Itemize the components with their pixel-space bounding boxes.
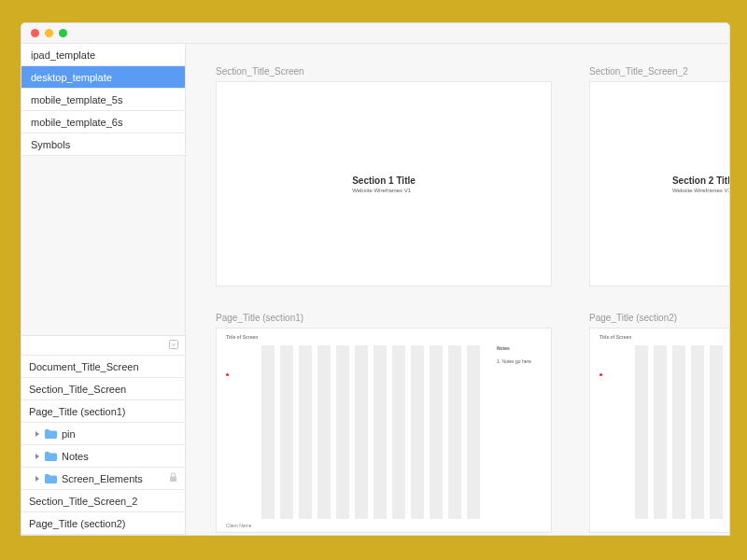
artboard-label[interactable]: Section_Title_Screen (216, 66, 304, 77)
page-header: Title of Screen (226, 334, 258, 340)
notes-heading: Notes (497, 345, 510, 351)
layer-section-title[interactable]: Section_Title_Screen (21, 378, 185, 400)
chevron-right-icon (35, 453, 40, 460)
grid-column (336, 345, 349, 519)
grid-column (261, 345, 275, 519)
zoom-icon[interactable] (59, 29, 67, 37)
grid-column (710, 345, 723, 519)
grid-column (355, 345, 368, 519)
page-item-desktop[interactable]: desktop_template (21, 66, 185, 89)
layer-section-title-2[interactable]: Section_Title_Screen_2 (21, 490, 185, 512)
artboard-title-block: Section 2 Title Website Wireframes V1 (672, 175, 729, 193)
pin-icon (226, 373, 229, 376)
artboard-page1[interactable]: Title of Screen Notes 1. Notes go here C… (216, 328, 552, 533)
page-header: Title of Screen (599, 334, 631, 340)
grid-column (654, 345, 667, 519)
sidebar-spacer (21, 156, 185, 335)
chevron-right-icon (35, 475, 40, 483)
folder-icon (45, 474, 57, 483)
artboard-label[interactable]: Section_Title_Screen_2 (589, 66, 688, 77)
close-icon[interactable] (31, 29, 39, 37)
folder-icon (45, 429, 57, 439)
page-item-ipad[interactable]: ipad_template (21, 44, 185, 66)
section-subtitle: Website Wireframes V1 (672, 188, 729, 193)
notes-body: 1. Notes go here (497, 358, 531, 364)
section-subtitle: Website Wireframes V1 (352, 188, 416, 193)
grid-column (430, 345, 443, 519)
page-item-symbols[interactable]: Symbols (21, 133, 185, 156)
sidebar: ipad_template desktop_template mobile_te… (21, 44, 186, 535)
artboard-section2[interactable]: Section 2 Title Website Wireframes V1 (589, 81, 729, 287)
grid-column (691, 345, 704, 519)
grid-column (672, 345, 685, 519)
grid-column (299, 345, 312, 519)
artboard-section1[interactable]: Section 1 Title Website Wireframes V1 (216, 81, 552, 287)
artboard-label[interactable]: Page_Title (section2) (589, 313, 677, 323)
layer-page-title-2[interactable]: Page_Title (section2) (21, 512, 185, 535)
grid-column (635, 345, 648, 519)
section-title: Section 1 Title (352, 175, 416, 186)
layer-page-title-1[interactable]: Page_Title (section1) (21, 400, 185, 423)
layer-filter-row[interactable] (21, 335, 185, 356)
grid-column (448, 345, 461, 519)
svg-rect-0 (170, 341, 178, 349)
svg-rect-1 (170, 477, 176, 483)
artboard-page2[interactable]: Title of Screen (589, 328, 729, 533)
minimize-icon[interactable] (45, 29, 53, 37)
layer-pin-folder[interactable]: pin (21, 423, 185, 445)
grid-column (317, 345, 331, 519)
grid-column (374, 345, 387, 519)
layer-notes-folder[interactable]: Notes (21, 445, 185, 468)
artboard-label[interactable]: Page_Title (section1) (216, 313, 303, 323)
lock-icon (169, 472, 177, 484)
page-footer: Client Name (226, 523, 252, 528)
app-window: ipad_template desktop_template mobile_te… (21, 22, 730, 536)
grid-column (392, 345, 405, 519)
layer-screen-elements-folder[interactable]: Screen_Elements (21, 468, 185, 490)
dropdown-icon (168, 337, 179, 354)
section-title: Section 2 Title (672, 175, 729, 186)
artboard-title-block: Section 1 Title Website Wireframes V1 (352, 175, 416, 193)
pages-list: ipad_template desktop_template mobile_te… (21, 44, 185, 156)
layers-list: Document_Title_Screen Section_Title_Scre… (21, 356, 185, 535)
page-item-mobile6s[interactable]: mobile_template_6s (21, 111, 185, 133)
grid-column (280, 345, 293, 519)
window-titlebar (21, 23, 729, 44)
canvas[interactable]: Section_Title_Screen Section 1 Title Web… (186, 44, 729, 535)
grid-column (411, 345, 424, 519)
layer-document-title[interactable]: Document_Title_Screen (21, 356, 185, 378)
page-item-mobile5s[interactable]: mobile_template_5s (21, 89, 185, 111)
grid-column (467, 345, 480, 519)
folder-icon (45, 452, 57, 461)
pin-icon (599, 373, 602, 376)
chevron-right-icon (35, 430, 40, 438)
